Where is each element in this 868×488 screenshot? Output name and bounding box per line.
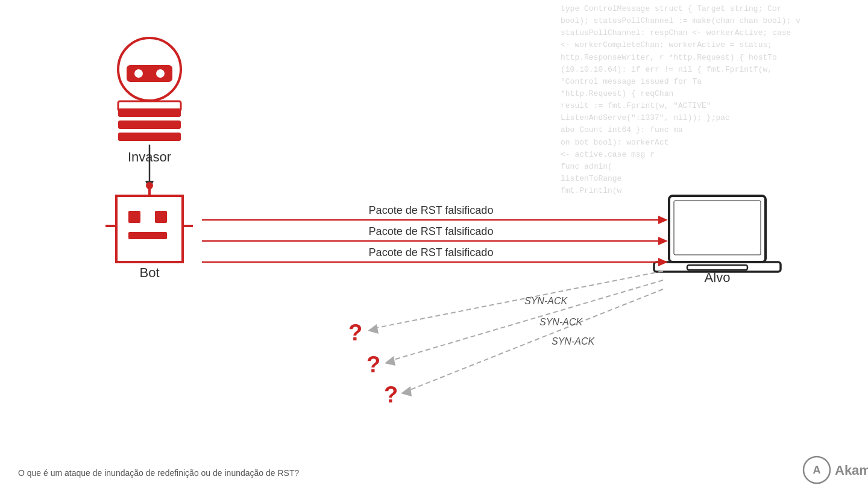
svg-rect-10 (116, 196, 183, 262)
svg-marker-9 (145, 181, 154, 192)
svg-point-3 (156, 69, 165, 78)
svg-rect-7 (118, 101, 181, 111)
svg-text:Pacote de RST falsificado: Pacote de RST falsificado (369, 246, 494, 258)
svg-text:Akamai: Akamai (835, 463, 868, 478)
svg-text:A: A (813, 464, 821, 476)
svg-point-47 (804, 457, 830, 483)
svg-marker-23 (658, 216, 668, 224)
svg-point-2 (134, 69, 143, 78)
svg-text:Pacote de RST falsificado: Pacote de RST falsificado (369, 225, 494, 237)
svg-text:?: ? (366, 352, 380, 377)
svg-point-17 (146, 182, 153, 189)
svg-rect-4 (118, 108, 181, 117)
svg-rect-5 (118, 120, 181, 129)
svg-rect-13 (128, 232, 167, 239)
svg-marker-34 (385, 356, 395, 366)
code-background: type ControlMessage struct { Target stri… (555, 0, 868, 229)
svg-text:Pacote de RST falsificado: Pacote de RST falsificado (369, 204, 494, 216)
svg-marker-36 (401, 386, 412, 396)
svg-rect-21 (687, 265, 747, 270)
svg-marker-27 (658, 258, 668, 266)
svg-text:Invasor: Invasor (128, 149, 171, 164)
svg-rect-20 (654, 262, 781, 272)
svg-marker-25 (658, 237, 668, 245)
svg-text:SYN-ACK: SYN-ACK (524, 296, 568, 306)
svg-rect-18 (669, 196, 766, 262)
svg-text:O que é um ataque de inundação: O que é um ataque de inundação de redefi… (18, 468, 299, 478)
svg-text:SYN-ACK: SYN-ACK (539, 317, 583, 327)
svg-rect-12 (155, 211, 167, 223)
svg-text:SYN-ACK: SYN-ACK (552, 336, 595, 346)
svg-rect-19 (674, 201, 761, 255)
svg-text:?: ? (348, 320, 362, 345)
svg-text:?: ? (384, 382, 398, 407)
svg-line-33 (392, 280, 663, 360)
svg-rect-11 (128, 211, 140, 223)
svg-rect-1 (127, 65, 172, 82)
svg-text:Bot: Bot (139, 265, 159, 280)
svg-line-31 (374, 271, 663, 328)
diagram-svg: Pacote de RST falsificado Pacote de RST … (0, 0, 868, 488)
svg-point-0 (118, 38, 181, 101)
svg-rect-6 (118, 133, 181, 141)
svg-line-35 (409, 289, 663, 390)
svg-text:Alvo: Alvo (705, 270, 731, 285)
svg-marker-32 (368, 324, 379, 334)
